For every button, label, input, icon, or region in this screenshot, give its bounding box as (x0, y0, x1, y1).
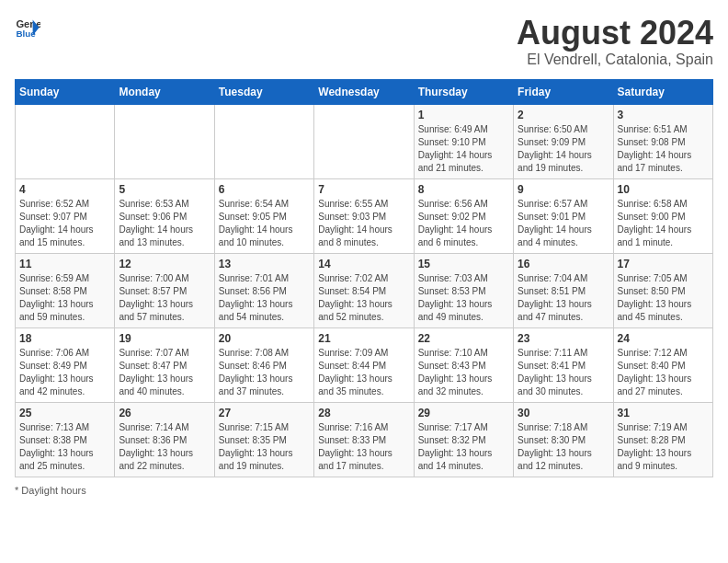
day-number: 2 (518, 109, 609, 121)
day-info: Sunrise: 7:06 AM Sunset: 8:49 PM Dayligh… (19, 347, 110, 398)
calendar-cell: 3Sunrise: 6:51 AM Sunset: 9:08 PM Daylig… (613, 104, 712, 178)
day-number: 5 (119, 183, 210, 196)
day-number: 23 (518, 332, 609, 345)
day-number: 14 (318, 258, 409, 270)
day-number: 20 (219, 332, 310, 345)
day-info: Sunrise: 6:58 AM Sunset: 9:00 PM Dayligh… (618, 198, 709, 249)
day-info: Sunrise: 6:53 AM Sunset: 9:06 PM Dayligh… (119, 198, 210, 249)
day-number: 28 (318, 407, 409, 419)
footer-note: * Daylight hours (15, 485, 713, 496)
calendar-cell: 24Sunrise: 7:12 AM Sunset: 8:40 PM Dayli… (613, 327, 712, 402)
calendar-cell: 9Sunrise: 6:57 AM Sunset: 9:01 PM Daylig… (514, 178, 613, 253)
calendar-cell (115, 104, 214, 178)
day-number: 3 (618, 109, 709, 121)
day-info: Sunrise: 7:05 AM Sunset: 8:50 PM Dayligh… (618, 272, 709, 324)
calendar-cell: 14Sunrise: 7:02 AM Sunset: 8:54 PM Dayli… (314, 253, 414, 327)
calendar-cell: 2Sunrise: 6:50 AM Sunset: 9:09 PM Daylig… (514, 104, 613, 178)
calendar-cell: 31Sunrise: 7:19 AM Sunset: 8:28 PM Dayli… (613, 402, 712, 477)
day-info: Sunrise: 7:13 AM Sunset: 8:38 PM Dayligh… (19, 421, 110, 473)
calendar-cell: 30Sunrise: 7:18 AM Sunset: 8:30 PM Dayli… (514, 402, 613, 477)
day-info: Sunrise: 7:04 AM Sunset: 8:51 PM Dayligh… (518, 272, 609, 324)
day-info: Sunrise: 7:17 AM Sunset: 8:32 PM Dayligh… (418, 421, 509, 473)
calendar-cell: 10Sunrise: 6:58 AM Sunset: 9:00 PM Dayli… (613, 178, 712, 253)
day-number: 15 (418, 258, 509, 270)
day-number: 16 (518, 258, 609, 270)
day-number: 19 (119, 332, 210, 345)
day-number: 29 (418, 407, 509, 419)
calendar-day-header: Sunday (16, 79, 115, 104)
calendar-cell: 1Sunrise: 6:49 AM Sunset: 9:10 PM Daylig… (414, 104, 513, 178)
day-info: Sunrise: 7:15 AM Sunset: 8:35 PM Dayligh… (219, 421, 310, 473)
day-number: 22 (418, 332, 509, 345)
calendar-cell: 19Sunrise: 7:07 AM Sunset: 8:47 PM Dayli… (115, 327, 214, 402)
day-info: Sunrise: 7:14 AM Sunset: 8:36 PM Dayligh… (119, 421, 210, 473)
header: General Blue August 2024 El Vendrell, Ca… (15, 15, 713, 68)
day-info: Sunrise: 6:51 AM Sunset: 9:08 PM Dayligh… (618, 123, 709, 175)
day-number: 27 (219, 407, 310, 419)
calendar-day-header: Friday (514, 79, 613, 104)
day-info: Sunrise: 6:59 AM Sunset: 8:58 PM Dayligh… (19, 272, 110, 324)
day-info: Sunrise: 7:07 AM Sunset: 8:47 PM Dayligh… (119, 347, 210, 398)
calendar-week-row: 4Sunrise: 6:52 AM Sunset: 9:07 PM Daylig… (16, 178, 713, 253)
calendar-cell: 28Sunrise: 7:16 AM Sunset: 8:33 PM Dayli… (314, 402, 414, 477)
calendar-cell: 12Sunrise: 7:00 AM Sunset: 8:57 PM Dayli… (115, 253, 214, 327)
day-number: 31 (618, 407, 709, 419)
day-info: Sunrise: 7:16 AM Sunset: 8:33 PM Dayligh… (318, 421, 409, 473)
day-number: 13 (219, 258, 310, 270)
calendar-table: SundayMondayTuesdayWednesdayThursdayFrid… (15, 79, 713, 477)
day-info: Sunrise: 7:12 AM Sunset: 8:40 PM Dayligh… (618, 347, 709, 398)
day-info: Sunrise: 7:09 AM Sunset: 8:44 PM Dayligh… (318, 347, 409, 398)
day-number: 4 (19, 183, 110, 196)
calendar-cell: 17Sunrise: 7:05 AM Sunset: 8:50 PM Dayli… (613, 253, 712, 327)
subtitle: El Vendrell, Catalonia, Spain (517, 52, 713, 68)
calendar-cell: 26Sunrise: 7:14 AM Sunset: 8:36 PM Dayli… (115, 402, 214, 477)
calendar-cell: 22Sunrise: 7:10 AM Sunset: 8:43 PM Dayli… (414, 327, 513, 402)
day-info: Sunrise: 6:57 AM Sunset: 9:01 PM Dayligh… (518, 198, 609, 249)
day-info: Sunrise: 6:49 AM Sunset: 9:10 PM Dayligh… (418, 123, 509, 175)
day-info: Sunrise: 6:56 AM Sunset: 9:02 PM Dayligh… (418, 198, 509, 249)
day-number: 7 (318, 183, 409, 196)
calendar-cell: 6Sunrise: 6:54 AM Sunset: 9:05 PM Daylig… (214, 178, 313, 253)
calendar-cell: 13Sunrise: 7:01 AM Sunset: 8:56 PM Dayli… (214, 253, 313, 327)
day-number: 21 (318, 332, 409, 345)
calendar-cell: 8Sunrise: 6:56 AM Sunset: 9:02 PM Daylig… (414, 178, 513, 253)
calendar-cell: 5Sunrise: 6:53 AM Sunset: 9:06 PM Daylig… (115, 178, 214, 253)
day-info: Sunrise: 6:55 AM Sunset: 9:03 PM Dayligh… (318, 198, 409, 249)
calendar-cell: 27Sunrise: 7:15 AM Sunset: 8:35 PM Dayli… (214, 402, 313, 477)
calendar-week-row: 18Sunrise: 7:06 AM Sunset: 8:49 PM Dayli… (16, 327, 713, 402)
logo: General Blue (15, 15, 40, 40)
day-info: Sunrise: 7:19 AM Sunset: 8:28 PM Dayligh… (618, 421, 709, 473)
day-info: Sunrise: 6:52 AM Sunset: 9:07 PM Dayligh… (19, 198, 110, 249)
calendar-day-header: Tuesday (214, 79, 313, 104)
calendar-cell: 15Sunrise: 7:03 AM Sunset: 8:53 PM Dayli… (414, 253, 513, 327)
calendar-cell: 7Sunrise: 6:55 AM Sunset: 9:03 PM Daylig… (314, 178, 414, 253)
calendar-day-header: Saturday (613, 79, 712, 104)
calendar-cell: 4Sunrise: 6:52 AM Sunset: 9:07 PM Daylig… (16, 178, 115, 253)
day-number: 12 (119, 258, 210, 270)
main-title: August 2024 (517, 15, 713, 52)
calendar-cell (214, 104, 313, 178)
title-area: August 2024 El Vendrell, Catalonia, Spai… (517, 15, 713, 68)
day-info: Sunrise: 7:01 AM Sunset: 8:56 PM Dayligh… (219, 272, 310, 324)
calendar-cell: 20Sunrise: 7:08 AM Sunset: 8:46 PM Dayli… (214, 327, 313, 402)
calendar-cell: 25Sunrise: 7:13 AM Sunset: 8:38 PM Dayli… (16, 402, 115, 477)
day-info: Sunrise: 7:08 AM Sunset: 8:46 PM Dayligh… (219, 347, 310, 398)
calendar-week-row: 1Sunrise: 6:49 AM Sunset: 9:10 PM Daylig… (16, 104, 713, 178)
calendar-cell: 21Sunrise: 7:09 AM Sunset: 8:44 PM Dayli… (314, 327, 414, 402)
calendar-day-header: Wednesday (314, 79, 414, 104)
day-number: 9 (518, 183, 609, 196)
day-info: Sunrise: 7:11 AM Sunset: 8:41 PM Dayligh… (518, 347, 609, 398)
day-number: 6 (219, 183, 310, 196)
day-number: 11 (19, 258, 110, 270)
day-info: Sunrise: 7:00 AM Sunset: 8:57 PM Dayligh… (119, 272, 210, 324)
calendar-cell: 18Sunrise: 7:06 AM Sunset: 8:49 PM Dayli… (16, 327, 115, 402)
day-number: 10 (618, 183, 709, 196)
day-number: 25 (19, 407, 110, 419)
calendar-day-header: Thursday (414, 79, 513, 104)
day-number: 30 (518, 407, 609, 419)
day-number: 8 (418, 183, 509, 196)
calendar-header-row: SundayMondayTuesdayWednesdayThursdayFrid… (16, 79, 713, 104)
day-info: Sunrise: 7:10 AM Sunset: 8:43 PM Dayligh… (418, 347, 509, 398)
day-info: Sunrise: 6:50 AM Sunset: 9:09 PM Dayligh… (518, 123, 609, 175)
logo-icon: General Blue (15, 15, 40, 40)
